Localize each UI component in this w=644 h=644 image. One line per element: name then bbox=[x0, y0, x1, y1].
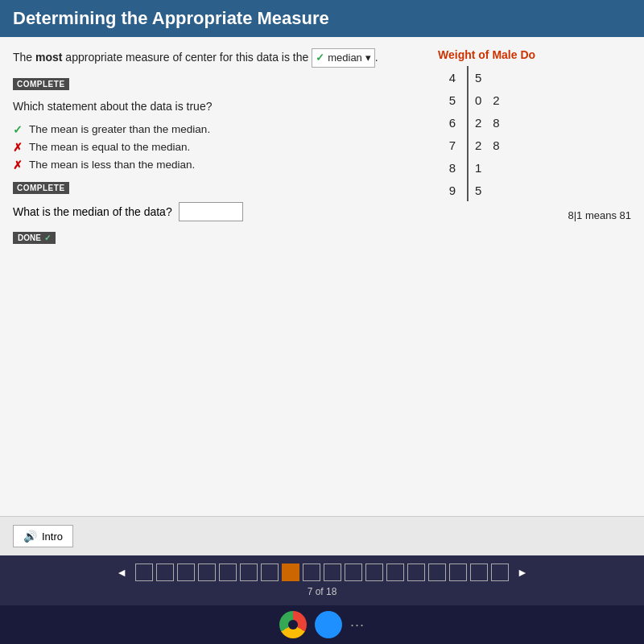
stem-row-5: 5 02 bbox=[438, 89, 631, 111]
measure-dropdown[interactable]: ✓ median ▾ bbox=[312, 48, 375, 68]
complete-badge-1: COMPLETE bbox=[13, 76, 422, 90]
statement-1-text: The mean is greater than the median. bbox=[29, 123, 210, 135]
dropdown-value: median bbox=[328, 50, 362, 66]
question1-text: The most appropriate measure of center f… bbox=[13, 48, 422, 68]
nav-sq-7[interactable] bbox=[261, 564, 279, 581]
statement-2[interactable]: ✗ The mean is equal to the median. bbox=[13, 141, 422, 154]
browser-icon[interactable] bbox=[315, 611, 342, 638]
page-indicator: 7 of 18 bbox=[308, 586, 337, 597]
nav-sq-9[interactable] bbox=[303, 564, 320, 581]
most-bold: most bbox=[35, 51, 62, 64]
nav-sq-2[interactable] bbox=[156, 564, 174, 581]
complete-badge-2: COMPLETE bbox=[13, 180, 422, 194]
chrome-icon[interactable] bbox=[279, 611, 307, 638]
leaves-7: 28 bbox=[469, 136, 506, 155]
stem-5: 5 bbox=[438, 91, 467, 109]
intro-button[interactable]: 🔊 Intro bbox=[13, 525, 73, 547]
page-title: Determining the Appropriate Measure bbox=[13, 8, 329, 28]
nav-sq-18[interactable] bbox=[491, 564, 509, 581]
stem-row-9: 9 5 bbox=[438, 179, 631, 201]
stem-4: 4 bbox=[438, 68, 467, 87]
done-check-icon: ✓ bbox=[44, 233, 51, 242]
nav-bar: ◄ ► 7 of 18 bbox=[0, 555, 644, 605]
nav-sq-11[interactable] bbox=[345, 564, 362, 581]
next-arrow[interactable]: ► bbox=[512, 564, 533, 580]
dropdown-check: ✓ bbox=[316, 50, 324, 66]
right-panel: Weight of Male Do 4 5 5 02 6 bbox=[438, 48, 631, 505]
intro-label: Intro bbox=[42, 530, 63, 543]
done-label: DONE bbox=[18, 233, 41, 242]
page-header: Determining the Appropriate Measure bbox=[0, 0, 644, 37]
statement-1[interactable]: ✓ The mean is greater than the median. bbox=[13, 123, 422, 136]
nav-sq-1[interactable] bbox=[135, 564, 153, 581]
check-icon-1: ✓ bbox=[13, 123, 23, 136]
nav-sq-4[interactable] bbox=[198, 564, 216, 581]
question3-row: What is the median of the data? bbox=[13, 202, 422, 221]
leaves-4: 5 bbox=[469, 68, 488, 87]
main-content: The most appropriate measure of center f… bbox=[0, 37, 644, 516]
nav-sq-10[interactable] bbox=[324, 564, 341, 581]
stem-9: 9 bbox=[438, 181, 467, 200]
leaves-8: 1 bbox=[469, 159, 488, 177]
statement-3[interactable]: ✗ The mean is less than the median. bbox=[13, 159, 422, 171]
stem-leaf-table: 4 5 5 02 6 28 7 bbox=[438, 66, 631, 201]
statement-3-text: The mean is less than the median. bbox=[29, 159, 195, 171]
nav-sq-5[interactable] bbox=[219, 564, 237, 581]
stem-8: 8 bbox=[438, 159, 467, 177]
nav-sq-17[interactable] bbox=[470, 564, 488, 581]
question3-prompt: What is the median of the data? bbox=[13, 205, 172, 218]
stem-7: 7 bbox=[438, 136, 467, 155]
left-panel: The most appropriate measure of center f… bbox=[13, 48, 422, 505]
leaves-6: 28 bbox=[469, 114, 506, 132]
median-input[interactable] bbox=[179, 202, 243, 221]
prev-arrow[interactable]: ◄ bbox=[111, 564, 132, 580]
page-wrapper: Determining the Appropriate Measure The … bbox=[0, 0, 644, 644]
nav-sq-14[interactable] bbox=[407, 564, 425, 581]
x-icon-2: ✗ bbox=[13, 141, 23, 154]
speaker-icon: 🔊 bbox=[23, 530, 37, 543]
leaves-9: 5 bbox=[469, 181, 488, 200]
stem-row-6: 6 28 bbox=[438, 111, 631, 134]
stem-6: 6 bbox=[438, 114, 467, 132]
nav-sq-6[interactable] bbox=[240, 564, 258, 581]
leaves-5: 02 bbox=[469, 91, 506, 109]
taskbar: ··· bbox=[0, 605, 644, 644]
nav-sq-15[interactable] bbox=[428, 564, 446, 581]
stem-row-8: 8 1 bbox=[438, 156, 631, 179]
taskbar-dots: ··· bbox=[350, 617, 365, 634]
statements-section: ✓ The mean is greater than the median. ✗… bbox=[13, 123, 422, 171]
statement-2-text: The mean is equal to the median. bbox=[29, 141, 190, 153]
nav-sq-3[interactable] bbox=[177, 564, 195, 581]
nav-sq-8[interactable] bbox=[282, 564, 299, 581]
dropdown-arrow-icon: ▾ bbox=[365, 50, 371, 66]
nav-sq-13[interactable] bbox=[386, 564, 404, 581]
nav-sq-12[interactable] bbox=[365, 564, 383, 581]
stem-row-4: 4 5 bbox=[438, 66, 631, 89]
nav-sq-16[interactable] bbox=[449, 564, 467, 581]
question2-prompt: Which statement about the data is true? bbox=[13, 98, 422, 115]
done-badge[interactable]: DONE ✓ bbox=[13, 229, 422, 244]
x-icon-3: ✗ bbox=[13, 159, 23, 171]
nav-squares: ◄ ► bbox=[111, 564, 533, 581]
table-title: Weight of Male Do bbox=[438, 48, 631, 61]
stem-note: 8|1 means 81 bbox=[438, 209, 631, 221]
bottom-bar: 🔊 Intro bbox=[0, 516, 644, 555]
stem-row-7: 7 28 bbox=[438, 134, 631, 156]
